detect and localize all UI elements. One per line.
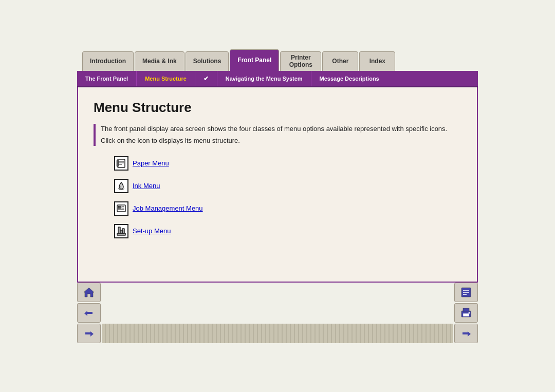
contents-button[interactable] bbox=[454, 283, 478, 302]
subnav-menu-structure[interactable]: Menu Structure bbox=[137, 71, 195, 86]
back-button[interactable] bbox=[77, 303, 101, 323]
tab-solutions[interactable]: Solutions bbox=[186, 51, 229, 71]
svg-rect-24 bbox=[462, 332, 468, 334]
page-wrapper: Introduction Media & Ink Solutions Front… bbox=[77, 49, 478, 343]
svg-rect-22 bbox=[463, 313, 469, 316]
page-title: Menu Structure bbox=[94, 100, 461, 116]
tab-front-panel[interactable]: Front Panel bbox=[230, 49, 279, 71]
svg-point-23 bbox=[469, 312, 470, 313]
ink-menu-icon bbox=[114, 179, 128, 193]
left-nav-buttons bbox=[77, 283, 101, 343]
job-menu-link[interactable]: Job Management Menu bbox=[133, 204, 203, 212]
bottom-decorative-strip bbox=[102, 324, 453, 343]
paper-menu-link[interactable]: Paper Menu bbox=[133, 159, 169, 167]
print-button[interactable] bbox=[454, 303, 478, 323]
list-item: Ink Menu bbox=[114, 179, 461, 193]
right-nav-buttons bbox=[454, 283, 478, 343]
setup-menu-link[interactable]: Set-up Menu bbox=[133, 227, 171, 235]
svg-rect-13 bbox=[120, 230, 122, 233]
svg-rect-4 bbox=[117, 160, 119, 166]
subnav-checkmark[interactable]: ✔ bbox=[195, 71, 217, 86]
sub-nav-bar: The Front Panel Menu Structure ✔ Navigat… bbox=[77, 71, 478, 87]
tab-printer-options[interactable]: PrinterOptions bbox=[280, 51, 321, 71]
menu-items-list: Paper Menu Ink Menu bbox=[94, 156, 461, 238]
tab-bar: Introduction Media & Ink Solutions Front… bbox=[77, 49, 478, 71]
content-area: Menu Structure The front panel display a… bbox=[77, 87, 478, 283]
svg-rect-15 bbox=[85, 332, 90, 334]
svg-rect-6 bbox=[118, 206, 121, 209]
subnav-front-panel[interactable]: The Front Panel bbox=[77, 71, 137, 86]
subnav-navigating[interactable]: Navigating the Menu System bbox=[217, 71, 311, 86]
list-item: Set-up Menu bbox=[114, 224, 461, 238]
tab-introduction[interactable]: Introduction bbox=[82, 51, 134, 71]
subnav-message-descriptions[interactable]: Message Descriptions bbox=[311, 71, 387, 86]
svg-rect-14 bbox=[87, 312, 92, 314]
next-right-button[interactable] bbox=[454, 324, 478, 343]
job-menu-icon bbox=[114, 201, 128, 216]
bottom-nav bbox=[77, 283, 478, 343]
setup-menu-icon bbox=[114, 224, 128, 238]
svg-rect-21 bbox=[463, 308, 469, 312]
tab-index[interactable]: Index bbox=[359, 51, 395, 71]
paper-menu-icon bbox=[114, 156, 128, 171]
body-text-1: The front panel display area screen show… bbox=[101, 124, 461, 134]
home-button[interactable] bbox=[77, 283, 101, 302]
list-item: Job Management Menu bbox=[114, 201, 461, 216]
forward-left-button[interactable] bbox=[77, 324, 101, 343]
body-text-2: Click on the icon to displays its menu s… bbox=[101, 136, 461, 146]
list-item: Paper Menu bbox=[114, 156, 461, 171]
ink-menu-link[interactable]: Ink Menu bbox=[133, 182, 160, 190]
tab-media-ink[interactable]: Media & Ink bbox=[135, 51, 184, 71]
intro-text-block: The front panel display area screen show… bbox=[94, 124, 461, 146]
tab-other[interactable]: Other bbox=[322, 51, 358, 71]
